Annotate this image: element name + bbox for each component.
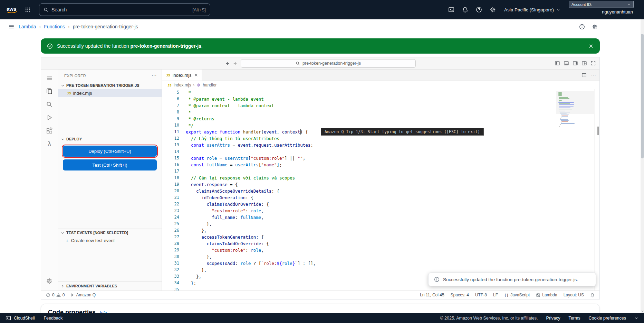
indentation-status[interactable]: Spaces: 4 xyxy=(451,293,469,297)
code-line-13[interactable]: 13 const userAttrs = event.request.userA… xyxy=(162,142,556,148)
apps-grid-icon[interactable] xyxy=(23,5,32,14)
notifications-bell-icon[interactable] xyxy=(590,293,595,297)
explorer-more-actions-icon[interactable]: ⋯ xyxy=(152,73,157,79)
account-id-dropdown[interactable]: Account ID: xyxy=(569,1,634,8)
editor-forward-icon[interactable] xyxy=(233,61,238,66)
breadcrumb-functions[interactable]: Functions xyxy=(44,24,65,29)
breadcrumb-lambda[interactable]: Lambda xyxy=(19,24,36,29)
info-panel-icon[interactable] xyxy=(579,24,585,30)
customize-layout-icon[interactable] xyxy=(581,61,587,66)
terms-link[interactable]: Terms xyxy=(569,316,580,321)
chevron-down-icon[interactable] xyxy=(634,316,638,320)
line-number: 5 xyxy=(162,89,186,96)
code-line-5[interactable]: 5 * xyxy=(162,89,556,96)
username-label[interactable]: nguyenanhtuan xyxy=(602,9,633,15)
code-line-20[interactable]: 20 claimsAndScopeOverrideDetails: { xyxy=(162,188,556,194)
flashbar-close-icon[interactable] xyxy=(588,44,594,49)
encoding-status[interactable]: UTF-8 xyxy=(475,293,487,297)
chevron-down-icon xyxy=(61,137,65,141)
file-item-index-mjs[interactable]: JS index.mjs xyxy=(58,89,162,97)
global-search-input[interactable]: Search [Alt+S] xyxy=(39,3,210,16)
code-line-12[interactable]: 12 // Lấy thông tin từ userAttributes xyxy=(162,135,556,142)
code-line-24[interactable]: 24 full_name: fullName, xyxy=(162,214,556,221)
page-settings-gear-icon[interactable] xyxy=(592,24,598,30)
code-line-18[interactable]: 18 // Gán lại response với claims và sco… xyxy=(162,175,556,181)
tab-close-icon[interactable] xyxy=(194,73,198,77)
editor-scrollbar-thumb[interactable] xyxy=(597,127,599,135)
scrollbar-down-arrow-icon[interactable] xyxy=(641,310,644,313)
toggle-primary-sidebar-icon[interactable] xyxy=(555,61,560,66)
breadcrumb-file[interactable]: index.mjs xyxy=(174,83,191,87)
code-line-23[interactable]: 23 "custom:role": role, xyxy=(162,207,556,214)
test-events-section-header[interactable]: TEST EVENTS [NONE SELECTED] xyxy=(58,229,162,237)
code-line-28[interactable]: 28 claimsToAddOrOverride: { xyxy=(162,240,556,247)
region-selector[interactable]: Asia Pacific (Singapore) xyxy=(501,7,564,12)
code-line-30[interactable]: 30 }, xyxy=(162,253,556,260)
minimap[interactable] xyxy=(556,89,594,290)
code-line-25[interactable]: 25 }, xyxy=(162,221,556,227)
toggle-panel-icon[interactable] xyxy=(564,61,569,66)
page-scrollbar-thumb[interactable] xyxy=(641,34,644,158)
code-line-31[interactable]: 31 scopesToAdd: role ? [`role:${role}`] … xyxy=(162,260,556,267)
eol-status[interactable]: LF xyxy=(493,293,498,297)
amazon-q-status[interactable]: Amazon Q xyxy=(70,293,96,297)
cloudshell-icon[interactable] xyxy=(445,4,457,16)
code-line-29[interactable]: 29 "custom:role": role, xyxy=(162,247,556,253)
lambda-runtime-status[interactable]: Lambda xyxy=(536,293,557,297)
code-line-19[interactable]: 19 event.response = { xyxy=(162,181,556,188)
code-line-6[interactable]: 6 * @param event - lambda event xyxy=(162,96,556,102)
code-line-8[interactable]: 8 * xyxy=(162,109,556,116)
deploy-button[interactable]: Deploy (Ctrl+Shift+U) xyxy=(63,146,157,157)
code-line-7[interactable]: 7 * @param context - lambda context xyxy=(162,102,556,109)
code-line-21[interactable]: 21 idTokenGeneration: { xyxy=(162,194,556,201)
settings-gear-icon[interactable] xyxy=(487,4,499,16)
aws-lambda-icon[interactable]: λ xyxy=(42,137,56,150)
breadcrumb-symbol[interactable]: handler xyxy=(203,83,217,87)
editor-more-actions-icon[interactable]: ⋯ xyxy=(591,72,596,78)
code-line-17[interactable]: 17 xyxy=(162,168,556,175)
split-editor-icon[interactable] xyxy=(581,73,587,78)
help-icon[interactable] xyxy=(473,4,485,16)
cursor-position-status[interactable]: Ln 11, Col 45 xyxy=(420,293,444,297)
fullscreen-icon[interactable] xyxy=(590,61,596,66)
code-line-26[interactable]: 26 }, xyxy=(162,227,556,234)
keyboard-layout-status[interactable]: Layout: US xyxy=(564,293,584,297)
aws-logo[interactable]: aws xyxy=(6,6,19,14)
test-button[interactable]: Test (Ctrl+Shift+I) xyxy=(63,159,157,170)
editor-scrollbar[interactable] xyxy=(594,89,599,290)
environment-variables-section-header[interactable]: ENVIRONMENT VARIABLES xyxy=(58,282,120,290)
manage-gear-icon[interactable] xyxy=(42,275,56,288)
create-test-event-item[interactable]: + Create new test event xyxy=(58,237,162,244)
tab-index-mjs[interactable]: JS index.mjs xyxy=(162,70,202,81)
problems-status[interactable]: 0 0 xyxy=(46,293,65,297)
extensions-icon[interactable] xyxy=(42,124,56,137)
code-area[interactable]: 5 *6 * @param event - lambda event7 * @p… xyxy=(162,89,556,290)
line-number: 17 xyxy=(162,168,186,175)
minimap-line xyxy=(560,119,568,120)
code-line-35[interactable]: 35 xyxy=(162,286,556,290)
code-line-16[interactable]: 16 const fullName = userAttrs["name"]; xyxy=(162,162,556,168)
language-status[interactable]: {} JavaScript xyxy=(504,293,530,297)
privacy-link[interactable]: Privacy xyxy=(546,316,560,321)
toggle-secondary-sidebar-icon[interactable] xyxy=(573,61,578,66)
explorer-files-icon[interactable] xyxy=(42,85,56,98)
code-line-14[interactable]: 14 xyxy=(162,148,556,155)
deploy-section-header[interactable]: DEPLOY xyxy=(58,135,162,143)
project-tree-root[interactable]: PRE-TOKEN-GENERATION-TRIGGER-JS xyxy=(58,82,162,89)
editor-back-icon[interactable] xyxy=(225,61,230,66)
minimap-slider[interactable] xyxy=(556,91,594,114)
page-scrollbar[interactable] xyxy=(641,19,644,313)
menu-icon[interactable] xyxy=(42,72,56,85)
code-line-9[interactable]: 9 * @returns xyxy=(162,116,556,122)
cookie-preferences-link[interactable]: Cookie preferences xyxy=(589,316,626,321)
feedback-link[interactable]: Feedback xyxy=(44,316,63,321)
cloudshell-footer-button[interactable]: CloudShell xyxy=(6,315,35,321)
notifications-bell-icon[interactable] xyxy=(459,4,471,16)
search-view-icon[interactable] xyxy=(42,98,56,111)
code-line-15[interactable]: 15 const role = userAttrs["custom:role"]… xyxy=(162,155,556,162)
run-debug-icon[interactable] xyxy=(42,111,56,124)
code-line-27[interactable]: 27 accessTokenGeneration: { xyxy=(162,234,556,240)
side-nav-toggle-icon[interactable] xyxy=(8,24,15,30)
editor-command-center-search[interactable]: pre-token-generation-trigger-js xyxy=(241,59,416,68)
code-line-22[interactable]: 22 claimsToAddOrOverride: { xyxy=(162,201,556,207)
